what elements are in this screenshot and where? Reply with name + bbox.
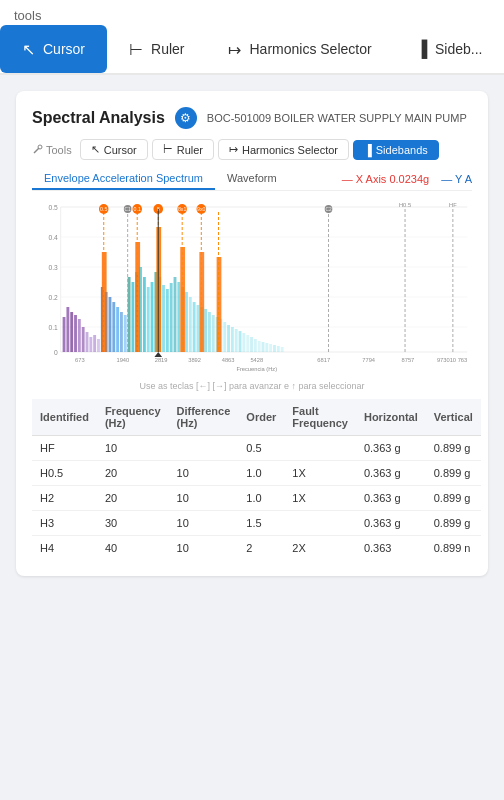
svg-rect-30 [120,312,123,352]
svg-rect-54 [212,315,215,352]
svg-text:2819: 2819 [155,357,168,363]
col-order: Order [238,399,284,436]
cell-identified: H4 [32,536,97,561]
cell-frequency: 10 [97,436,169,461]
cell-order: 2 [238,536,284,561]
svg-text:Frecuencia (Hz): Frecuencia (Hz) [236,366,277,372]
svg-text:C2: C2 [325,207,331,212]
cell-order: 1.0 [238,461,284,486]
col-identified: Identified [32,399,97,436]
svg-rect-48 [189,297,192,352]
svg-point-0 [38,145,42,149]
toolbar-buttons: ↖ Cursor ⊢ Ruler ↦ Harmonics Selector ▐ … [0,25,504,73]
cell-order: 1.0 [238,486,284,511]
svg-rect-67 [262,342,265,352]
table-row: H220101.01X0.363 g0.899 g [32,486,481,511]
svg-text:HF: HF [449,202,457,208]
svg-rect-68 [265,343,268,352]
inner-harmonics-icon: ↦ [229,143,238,156]
svg-rect-22 [89,337,92,352]
svg-text:7794: 7794 [362,357,375,363]
main-content: Spectral Analysis ⚙ BOC-501009 BOILER WA… [0,75,504,592]
top-tool-ruler[interactable]: ⊢ Ruler [107,25,206,73]
svg-rect-63 [246,335,249,352]
svg-rect-47 [185,292,188,352]
svg-rect-60 [235,329,238,352]
svg-rect-21 [86,332,89,352]
svg-rect-24 [97,339,100,352]
svg-rect-69 [269,344,272,352]
svg-text:C1: C1 [125,207,131,212]
svg-rect-15 [63,317,66,352]
inner-sidebands-btn[interactable]: ▐ Sidebands [353,140,439,160]
cell-order: 0.5 [238,436,284,461]
card-header: Spectral Analysis ⚙ BOC-501009 BOILER WA… [32,107,472,129]
chart-area: Aceleración(g) 0.5 0.4 0.3 0.2 0.1 0 [32,197,472,377]
svg-rect-45 [177,282,180,352]
svg-rect-38 [151,282,154,352]
cell-frequency: 20 [97,461,169,486]
inner-ruler-label: Ruler [177,144,203,156]
svg-text:0.1: 0.1 [49,324,58,331]
svg-rect-28 [112,302,115,352]
cell-fault_frequency: 1X [284,486,356,511]
svg-rect-17 [70,312,73,352]
inner-harmonics-btn[interactable]: ↦ Harmonics Selector [218,139,349,160]
inner-cursor-icon: ↖ [91,143,100,156]
top-tool-sidebands[interactable]: ▐ Sideb... [394,25,504,73]
cell-horizontal: 0.363 g [356,461,426,486]
top-tool-cursor[interactable]: ↖ Cursor [0,25,107,73]
svg-rect-59 [231,327,234,352]
svg-rect-19 [78,319,81,352]
cell-frequency: 20 [97,486,169,511]
svg-rect-70 [273,345,276,352]
svg-rect-16 [66,307,69,352]
cell-vertical: 0.899 g [426,486,481,511]
svg-rect-41 [162,285,165,352]
svg-rect-65 [254,339,257,352]
cell-vertical: 0.899 g [426,461,481,486]
top-tool-sidebands-label: Sideb... [435,41,482,57]
svg-rect-57 [223,322,226,352]
cell-difference [169,436,239,461]
cell-identified: HF [32,436,97,461]
inner-sidebands-icon: ▐ [364,144,372,156]
svg-text:9730: 9730 [437,357,450,363]
cell-difference: 10 [169,536,239,561]
svg-rect-20 [82,327,85,352]
tab-envelope[interactable]: Envelope Acceleration Spectrum [32,168,215,190]
cell-horizontal: 0.363 [356,536,426,561]
svg-rect-53 [208,312,211,352]
tools-label: tools [0,0,504,25]
svg-text:6817: 6817 [317,357,330,363]
chart-hint: Use as teclas [←] [→] para avanzar e ↑ p… [32,381,472,391]
svg-text:9x0: 9x0 [197,206,205,212]
svg-text:0: 0 [54,349,58,356]
sidebands-icon: ▐ [416,40,427,58]
svg-text:0.2: 0.2 [49,294,58,301]
svg-text:0.5: 0.5 [100,206,107,212]
cell-difference: 10 [169,461,239,486]
inner-cursor-btn[interactable]: ↖ Cursor [80,139,148,160]
svg-rect-71 [277,346,280,352]
svg-text:0.4: 0.4 [49,234,58,241]
axis-info: — X Axis 0.0234g — Y A [342,173,472,185]
svg-text:4863: 4863 [222,357,235,363]
cell-fault_frequency [284,511,356,536]
cell-fault_frequency: 2X [284,536,356,561]
cell-order: 1.5 [238,511,284,536]
top-tool-harmonics[interactable]: ↦ Harmonics Selector [206,25,393,73]
tab-waveform[interactable]: Waveform [215,168,289,190]
col-horizontal: Horizontal [356,399,426,436]
cell-horizontal: 0.363 g [356,511,426,536]
svg-rect-58 [227,325,230,352]
col-frequency: Frequency (Hz) [97,399,169,436]
svg-rect-27 [109,297,112,352]
svg-text:3892: 3892 [188,357,201,363]
cell-horizontal: 0.363 g [356,436,426,461]
svg-rect-61 [239,331,242,352]
svg-rect-66 [258,341,261,352]
inner-tools-row: Tools ↖ Cursor ⊢ Ruler ↦ Harmonics Selec… [32,139,472,160]
svg-text:8x1: 8x1 [178,206,186,212]
inner-ruler-btn[interactable]: ⊢ Ruler [152,139,214,160]
